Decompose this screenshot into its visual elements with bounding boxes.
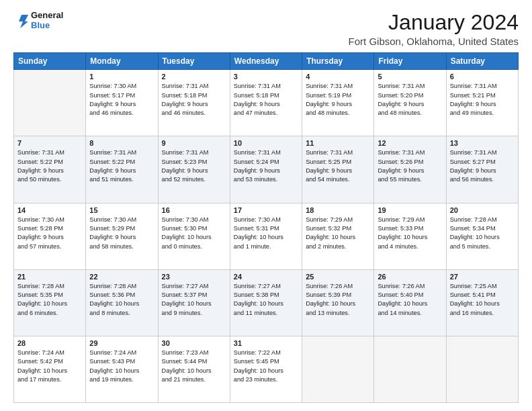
- title-block: January 2024 Fort Gibson, Oklahoma, Unit…: [349, 11, 519, 47]
- calendar-cell: 6Sunrise: 7:31 AM Sunset: 5:21 PM Daylig…: [446, 70, 518, 136]
- day-number: 21: [17, 273, 82, 281]
- logo-line2: Blue: [31, 21, 63, 31]
- day-info: Sunrise: 7:31 AM Sunset: 5:18 PM Dayligh…: [234, 82, 298, 118]
- day-number: 2: [162, 73, 226, 81]
- calendar-cell: 21Sunrise: 7:28 AM Sunset: 5:35 PM Dayli…: [14, 269, 86, 336]
- calendar-cell: 2Sunrise: 7:31 AM Sunset: 5:18 PM Daylig…: [158, 70, 230, 136]
- day-number: 7: [17, 139, 82, 147]
- calendar-cell: 27Sunrise: 7:25 AM Sunset: 5:41 PM Dayli…: [446, 269, 518, 336]
- day-info: Sunrise: 7:26 AM Sunset: 5:39 PM Dayligh…: [306, 282, 370, 318]
- day-info: Sunrise: 7:31 AM Sunset: 5:22 PM Dayligh…: [89, 148, 154, 184]
- header-row: Sunday Monday Tuesday Wednesday Thursday…: [14, 53, 519, 70]
- day-info: Sunrise: 7:29 AM Sunset: 5:32 PM Dayligh…: [306, 216, 370, 251]
- calendar-cell: [446, 336, 518, 402]
- calendar-cell: 23Sunrise: 7:27 AM Sunset: 5:37 PM Dayli…: [158, 269, 230, 336]
- day-number: 1: [89, 73, 154, 81]
- day-info: Sunrise: 7:31 AM Sunset: 5:20 PM Dayligh…: [378, 82, 442, 118]
- calendar-cell: [14, 70, 86, 136]
- day-number: 14: [17, 206, 82, 214]
- day-info: Sunrise: 7:24 AM Sunset: 5:42 PM Dayligh…: [17, 349, 82, 384]
- day-info: Sunrise: 7:31 AM Sunset: 5:24 PM Dayligh…: [234, 148, 298, 184]
- col-saturday: Saturday: [446, 53, 518, 70]
- svg-marker-0: [19, 15, 28, 28]
- day-number: 15: [89, 206, 154, 214]
- calendar-row: 14Sunrise: 7:30 AM Sunset: 5:28 PM Dayli…: [14, 203, 519, 269]
- day-number: 11: [306, 139, 370, 147]
- day-info: Sunrise: 7:30 AM Sunset: 5:17 PM Dayligh…: [89, 82, 154, 118]
- day-info: Sunrise: 7:27 AM Sunset: 5:37 PM Dayligh…: [162, 282, 226, 318]
- calendar-row: 28Sunrise: 7:24 AM Sunset: 5:42 PM Dayli…: [14, 336, 519, 402]
- day-info: Sunrise: 7:28 AM Sunset: 5:36 PM Dayligh…: [89, 282, 154, 318]
- day-number: 19: [378, 206, 442, 214]
- col-thursday: Thursday: [302, 53, 374, 70]
- day-info: Sunrise: 7:22 AM Sunset: 5:45 PM Dayligh…: [234, 349, 298, 384]
- header: General Blue January 2024 Fort Gibson, O…: [13, 11, 519, 47]
- calendar-page: General Blue January 2024 Fort Gibson, O…: [0, 0, 532, 411]
- calendar-cell: 1Sunrise: 7:30 AM Sunset: 5:17 PM Daylig…: [86, 70, 158, 136]
- day-number: 3: [234, 73, 298, 81]
- calendar-row: 21Sunrise: 7:28 AM Sunset: 5:35 PM Dayli…: [14, 269, 519, 336]
- calendar-cell: 13Sunrise: 7:31 AM Sunset: 5:27 PM Dayli…: [446, 136, 518, 203]
- day-number: 27: [450, 273, 515, 281]
- calendar-cell: 30Sunrise: 7:23 AM Sunset: 5:44 PM Dayli…: [158, 336, 230, 402]
- day-number: 28: [17, 339, 82, 347]
- day-info: Sunrise: 7:28 AM Sunset: 5:34 PM Dayligh…: [450, 216, 515, 251]
- calendar-cell: 19Sunrise: 7:29 AM Sunset: 5:33 PM Dayli…: [374, 203, 446, 269]
- day-info: Sunrise: 7:31 AM Sunset: 5:23 PM Dayligh…: [162, 148, 226, 184]
- logo-icon: [13, 13, 28, 28]
- calendar-cell: 22Sunrise: 7:28 AM Sunset: 5:36 PM Dayli…: [86, 269, 158, 336]
- calendar-cell: 7Sunrise: 7:31 AM Sunset: 5:22 PM Daylig…: [14, 136, 86, 203]
- day-number: 25: [306, 273, 370, 281]
- day-number: 8: [89, 139, 154, 147]
- day-number: 13: [450, 139, 515, 147]
- calendar-cell: 11Sunrise: 7:31 AM Sunset: 5:25 PM Dayli…: [302, 136, 374, 203]
- calendar-cell: 16Sunrise: 7:30 AM Sunset: 5:30 PM Dayli…: [158, 203, 230, 269]
- col-wednesday: Wednesday: [230, 53, 302, 70]
- day-info: Sunrise: 7:28 AM Sunset: 5:35 PM Dayligh…: [17, 282, 82, 318]
- col-sunday: Sunday: [14, 53, 86, 70]
- day-info: Sunrise: 7:26 AM Sunset: 5:40 PM Dayligh…: [378, 282, 442, 318]
- calendar-cell: 31Sunrise: 7:22 AM Sunset: 5:45 PM Dayli…: [230, 336, 302, 402]
- day-number: 26: [378, 273, 442, 281]
- day-number: 23: [162, 273, 226, 281]
- calendar-cell: 3Sunrise: 7:31 AM Sunset: 5:18 PM Daylig…: [230, 70, 302, 136]
- calendar-table: Sunday Monday Tuesday Wednesday Thursday…: [13, 52, 519, 403]
- day-number: 10: [234, 139, 298, 147]
- calendar-row: 1Sunrise: 7:30 AM Sunset: 5:17 PM Daylig…: [14, 70, 519, 136]
- day-info: Sunrise: 7:31 AM Sunset: 5:21 PM Dayligh…: [450, 82, 515, 118]
- calendar-cell: 12Sunrise: 7:31 AM Sunset: 5:26 PM Dayli…: [374, 136, 446, 203]
- day-number: 17: [234, 206, 298, 214]
- day-number: 22: [89, 273, 154, 281]
- day-info: Sunrise: 7:31 AM Sunset: 5:26 PM Dayligh…: [378, 148, 442, 184]
- day-number: 12: [378, 139, 442, 147]
- col-friday: Friday: [374, 53, 446, 70]
- calendar-cell: 14Sunrise: 7:30 AM Sunset: 5:28 PM Dayli…: [14, 203, 86, 269]
- calendar-subtitle: Fort Gibson, Oklahoma, United States: [349, 36, 519, 47]
- calendar-cell: 29Sunrise: 7:24 AM Sunset: 5:43 PM Dayli…: [86, 336, 158, 402]
- day-number: 9: [162, 139, 226, 147]
- day-info: Sunrise: 7:31 AM Sunset: 5:22 PM Dayligh…: [17, 148, 82, 184]
- calendar-cell: 26Sunrise: 7:26 AM Sunset: 5:40 PM Dayli…: [374, 269, 446, 336]
- calendar-cell: 5Sunrise: 7:31 AM Sunset: 5:20 PM Daylig…: [374, 70, 446, 136]
- calendar-cell: 15Sunrise: 7:30 AM Sunset: 5:29 PM Dayli…: [86, 203, 158, 269]
- day-number: 6: [450, 73, 515, 81]
- calendar-cell: 28Sunrise: 7:24 AM Sunset: 5:42 PM Dayli…: [14, 336, 86, 402]
- day-info: Sunrise: 7:31 AM Sunset: 5:18 PM Dayligh…: [162, 82, 226, 118]
- day-info: Sunrise: 7:30 AM Sunset: 5:31 PM Dayligh…: [234, 216, 298, 251]
- calendar-cell: 9Sunrise: 7:31 AM Sunset: 5:23 PM Daylig…: [158, 136, 230, 203]
- day-info: Sunrise: 7:24 AM Sunset: 5:43 PM Dayligh…: [89, 349, 154, 384]
- day-info: Sunrise: 7:31 AM Sunset: 5:25 PM Dayligh…: [306, 148, 370, 184]
- day-number: 31: [234, 339, 298, 347]
- logo-line1: General: [31, 11, 63, 21]
- day-number: 4: [306, 73, 370, 81]
- day-info: Sunrise: 7:27 AM Sunset: 5:38 PM Dayligh…: [234, 282, 298, 318]
- day-info: Sunrise: 7:25 AM Sunset: 5:41 PM Dayligh…: [450, 282, 515, 318]
- calendar-cell: 20Sunrise: 7:28 AM Sunset: 5:34 PM Dayli…: [446, 203, 518, 269]
- calendar-cell: 18Sunrise: 7:29 AM Sunset: 5:32 PM Dayli…: [302, 203, 374, 269]
- calendar-cell: 8Sunrise: 7:31 AM Sunset: 5:22 PM Daylig…: [86, 136, 158, 203]
- calendar-cell: 4Sunrise: 7:31 AM Sunset: 5:19 PM Daylig…: [302, 70, 374, 136]
- day-number: 16: [162, 206, 226, 214]
- calendar-cell: [302, 336, 374, 402]
- calendar-cell: 24Sunrise: 7:27 AM Sunset: 5:38 PM Dayli…: [230, 269, 302, 336]
- calendar-row: 7Sunrise: 7:31 AM Sunset: 5:22 PM Daylig…: [14, 136, 519, 203]
